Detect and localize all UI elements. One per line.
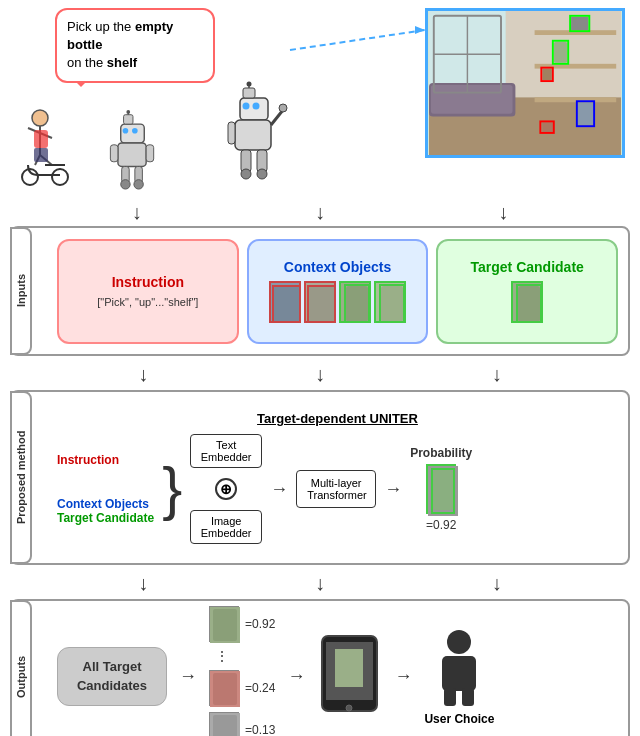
embedders-col: Text Embedder ⊕ Image Embedder xyxy=(190,434,262,544)
transformer-box: Multi-layer Transformer xyxy=(296,470,376,508)
room-image xyxy=(425,8,625,158)
robot-large-icon xyxy=(225,80,290,190)
outputs-panel-label: Outputs xyxy=(10,600,32,736)
dots-separator: ⋮ xyxy=(215,648,229,664)
svg-rect-30 xyxy=(235,120,271,150)
top-section: Pick up the empty bottleon the shelf xyxy=(0,0,640,200)
arrow-to-transformer: → xyxy=(270,479,288,500)
candidate-thumb-3 xyxy=(209,712,239,737)
inputs-panel-label: Inputs xyxy=(10,227,32,355)
candidate-thumb-2 xyxy=(209,670,239,706)
transformer-label1: Multi-layer xyxy=(307,477,365,489)
proposed-instruction-label: Instruction xyxy=(57,453,154,467)
svg-point-29 xyxy=(253,103,260,110)
probability-thumb xyxy=(426,464,456,514)
tablet-user-group: → xyxy=(394,666,412,687)
svg-rect-18 xyxy=(110,145,118,162)
arrow-list-to-tablet: → xyxy=(287,666,305,687)
wheelchair-person-icon xyxy=(10,100,100,190)
user-group: User Choice xyxy=(424,628,494,726)
candidate-item-2: =0.24 xyxy=(209,670,275,706)
proposed-method-panel: Proposed method Target-dependent UNITER … xyxy=(10,390,630,565)
svg-point-36 xyxy=(241,169,251,179)
probability-value: =0.92 xyxy=(426,518,456,532)
svg-rect-52 xyxy=(554,42,567,63)
robot-small-icon xyxy=(105,110,160,190)
svg-rect-85 xyxy=(213,715,237,737)
candidate-item-3: =0.13 xyxy=(209,712,275,737)
arrow-down-context: ↓ xyxy=(315,202,325,222)
svg-point-23 xyxy=(134,180,143,189)
svg-rect-9 xyxy=(34,130,48,148)
target-thumb-1 xyxy=(511,281,543,323)
speech-bubble: Pick up the empty bottleon the shelf xyxy=(55,8,215,83)
outputs-content: All TargetCandidates → =0.92 ⋮ xyxy=(12,601,628,736)
middle-arrows: ↓ ↓ ↓ xyxy=(10,362,630,384)
svg-point-14 xyxy=(126,110,130,114)
proposed-panel-label: Proposed method xyxy=(10,391,32,564)
plus-circle-icon: ⊕ xyxy=(215,478,237,500)
all-candidates-label: All TargetCandidates xyxy=(77,659,147,692)
svg-rect-66 xyxy=(309,287,335,321)
svg-point-15 xyxy=(123,128,129,134)
probability-col: Probability =0.92 xyxy=(410,446,472,532)
svg-rect-91 xyxy=(442,656,476,691)
candidate-item-1: =0.92 xyxy=(209,606,275,642)
svg-rect-69 xyxy=(346,286,368,322)
room-scene xyxy=(428,11,622,155)
svg-line-31 xyxy=(271,110,283,125)
arrow-mid-2: ↓ xyxy=(315,364,325,384)
svg-point-28 xyxy=(243,103,250,110)
inputs-panel: Inputs Instruction ["Pick", "up"..."shel… xyxy=(10,226,630,356)
arrow-bot-1: ↓ xyxy=(138,573,148,593)
svg-rect-58 xyxy=(542,122,554,132)
user-icon xyxy=(432,628,487,708)
svg-point-90 xyxy=(447,630,471,654)
svg-point-7 xyxy=(52,169,68,185)
outputs-panel: Outputs All TargetCandidates → =0.92 xyxy=(10,599,630,736)
svg-rect-63 xyxy=(274,287,300,321)
arrow-mid-1: ↓ xyxy=(138,364,148,384)
arrow-candidates-to-list: → xyxy=(179,666,197,687)
candidate-score-3: =0.13 xyxy=(245,723,275,737)
text-embedder-label2: Embedder xyxy=(199,451,253,463)
arrow-down-instruction: ↓ xyxy=(132,202,142,222)
svg-rect-81 xyxy=(213,609,237,641)
bottom-arrows: ↓ ↓ ↓ xyxy=(10,571,630,593)
arrow-down-target: ↓ xyxy=(498,202,508,222)
instruction-box: Instruction ["Pick", "up"..."shelf"] xyxy=(57,239,239,344)
brace-group: } xyxy=(162,439,182,539)
context-thumb-2 xyxy=(304,281,336,323)
context-title: Context Objects xyxy=(284,259,391,275)
arrow-mid-3: ↓ xyxy=(492,364,502,384)
svg-rect-11 xyxy=(121,124,145,143)
user-choice-label: User Choice xyxy=(424,712,494,726)
proposed-row: Instruction Context Objects Target Candi… xyxy=(57,434,618,544)
text-embedder-box: Text Embedder xyxy=(190,434,262,468)
svg-rect-19 xyxy=(146,145,154,162)
top-arrows: ↓ ↓ ↓ xyxy=(0,200,640,222)
proposed-title: Target-dependent UNITER xyxy=(57,411,618,426)
svg-point-22 xyxy=(121,180,130,189)
image-embedder-box: Image Embedder xyxy=(190,510,262,544)
arrow-bot-3: ↓ xyxy=(492,573,502,593)
all-candidates-box: All TargetCandidates xyxy=(57,647,167,705)
tablet-icon xyxy=(317,634,382,719)
svg-rect-72 xyxy=(381,286,403,322)
target-candidate-box: Target Candidate xyxy=(436,239,618,344)
proposed-context-label: Context Objects xyxy=(57,497,154,511)
instruction-title: Instruction xyxy=(112,274,184,290)
svg-point-89 xyxy=(346,705,352,711)
arrow-tablet-to-user: → xyxy=(394,666,412,687)
svg-rect-75 xyxy=(518,286,540,322)
svg-rect-10 xyxy=(34,148,48,162)
candidate-score-1: =0.92 xyxy=(245,617,275,631)
proposed-content: Target-dependent UNITER Instruction Cont… xyxy=(12,392,628,563)
svg-rect-92 xyxy=(444,688,456,706)
svg-point-0 xyxy=(32,110,48,126)
svg-line-60 xyxy=(290,30,425,50)
candidate-thumb-1 xyxy=(209,606,239,642)
context-objects-box: Context Objects xyxy=(247,239,429,344)
candidate-score-2: =0.24 xyxy=(245,681,275,695)
labels-col: Instruction Context Objects Target Candi… xyxy=(57,453,154,525)
